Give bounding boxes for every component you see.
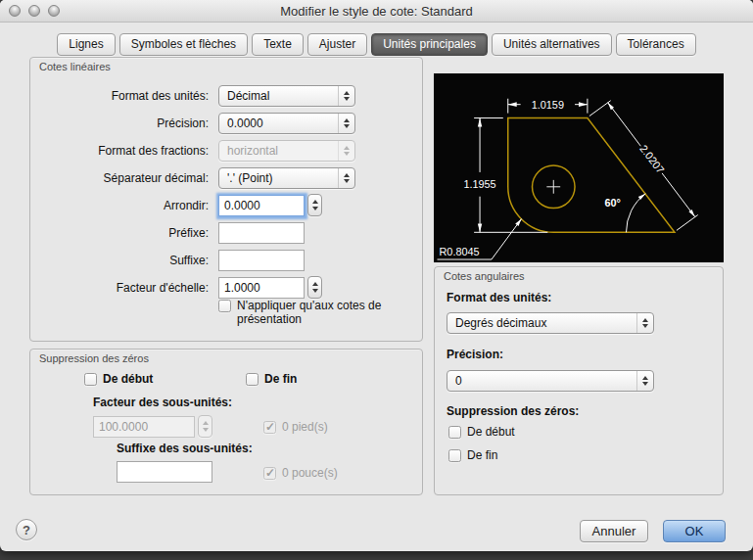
preview-aligned-dimension bbox=[589, 101, 698, 231]
checkbox-box bbox=[448, 449, 461, 462]
tab-unites-principales[interactable]: Unités principales bbox=[371, 33, 488, 56]
fraction-format-value: horizontal bbox=[219, 141, 338, 161]
unit-format-select[interactable]: Décimal bbox=[218, 85, 355, 107]
checkbox-label: 0 pied(s) bbox=[282, 420, 328, 434]
tab-symboles-et-fleches[interactable]: Symboles et flèches bbox=[119, 33, 248, 56]
scale-factor-input[interactable] bbox=[218, 277, 305, 299]
arrowhead bbox=[478, 118, 482, 127]
popup-arrows-icon bbox=[636, 371, 653, 391]
round-off-stepper[interactable] bbox=[307, 194, 322, 216]
subunit-factor-label: Facteur des sous-unités: bbox=[93, 396, 232, 409]
decimal-separator-label: Séparateur décimal: bbox=[30, 171, 218, 185]
unit-format-label: Format des unités: bbox=[30, 89, 218, 103]
checkbox-label: De début bbox=[103, 372, 153, 386]
leading-zeros-checkbox[interactable]: De début bbox=[84, 372, 153, 386]
scale-factor-label: Facteur d'échelle: bbox=[30, 281, 218, 295]
dim-angle-text: 60° bbox=[604, 197, 620, 209]
arrowhead bbox=[515, 218, 521, 226]
checkbox-label: De fin bbox=[467, 448, 497, 462]
precision-select[interactable]: 0.0000 bbox=[218, 113, 355, 134]
angular-unit-format-label: Format des unités: bbox=[447, 291, 551, 304]
angular-trailing-zeros-checkbox[interactable]: De fin bbox=[448, 448, 497, 462]
prefix-label: Préfixe: bbox=[30, 226, 218, 240]
preview-angle-arc bbox=[626, 194, 645, 233]
angular-group-title: Cotes angulaires bbox=[444, 270, 525, 282]
zero-suppression-group-title: Suppression des zéros bbox=[39, 352, 149, 364]
ok-button[interactable]: OK bbox=[663, 520, 726, 542]
subunit-suffix-input[interactable] bbox=[117, 461, 212, 483]
checkbox-box bbox=[448, 426, 461, 439]
arrowhead bbox=[508, 102, 517, 107]
checkbox-box bbox=[84, 373, 97, 386]
angular-zeros-label: Suppression des zéros: bbox=[447, 404, 579, 418]
popup-arrows-icon bbox=[338, 168, 354, 188]
angular-unit-format-value: Degrés décimaux bbox=[447, 313, 636, 333]
popup-arrows-icon bbox=[636, 313, 653, 333]
unit-format-value: Décimal bbox=[219, 86, 338, 106]
cancel-button[interactable]: Annuler bbox=[580, 520, 648, 542]
precision-value: 0.0000 bbox=[219, 114, 338, 133]
suffix-input[interactable] bbox=[218, 250, 305, 271]
scale-factor-stepper[interactable] bbox=[307, 276, 322, 299]
angular-precision-value: 0 bbox=[447, 371, 636, 391]
checkbox-label: 0 pouce(s) bbox=[282, 466, 338, 480]
subunit-factor-input bbox=[93, 416, 195, 438]
subunit-suffix-label: Suffixe des sous-unités: bbox=[117, 442, 253, 455]
popup-arrows-icon bbox=[338, 141, 354, 161]
tab-unites-alternatives[interactable]: Unités alternatives bbox=[492, 33, 612, 56]
titlebar: Modifier le style de cote: Standard bbox=[0, 0, 753, 23]
round-off-input[interactable] bbox=[218, 195, 305, 216]
tab-bar: Lignes Symboles et flèches Texte Ajuster… bbox=[0, 33, 753, 56]
checkbox-box bbox=[246, 373, 259, 386]
dim-top-text: 1.0159 bbox=[532, 99, 564, 111]
subunit-factor-stepper bbox=[198, 415, 212, 438]
window-title: Modifier le style de cote: Standard bbox=[0, 4, 753, 19]
zero-suppression-group: Suppression des zéros De début De fin Fa… bbox=[29, 349, 423, 495]
angular-unit-format-select[interactable]: Degrés décimaux bbox=[447, 312, 654, 334]
dimension-style-dialog: Modifier le style de cote: Standard Lign… bbox=[0, 0, 753, 551]
tab-texte[interactable]: Texte bbox=[252, 33, 304, 56]
round-off-label: Arrondir: bbox=[30, 199, 218, 212]
dimension-preview-drawing: 1.0159 1.1955 2.0207 60° R0.8045 bbox=[435, 74, 723, 261]
linear-group-title: Cotes linéaires bbox=[39, 61, 111, 72]
preview-shape-outline bbox=[508, 118, 675, 233]
preview-center-mark bbox=[546, 180, 560, 194]
layout-dims-only-checkbox[interactable]: N'appliquer qu'aux cotes de présentation bbox=[218, 299, 429, 326]
tab-lignes[interactable]: Lignes bbox=[57, 33, 115, 56]
fraction-format-select: horizontal bbox=[218, 140, 355, 162]
arrowhead bbox=[478, 223, 482, 232]
popup-arrows-icon bbox=[338, 114, 354, 133]
linear-dimensions-group: Cotes linéaires Format des unités: Décim… bbox=[29, 57, 423, 342]
decimal-separator-value: '.' (Point) bbox=[219, 168, 338, 188]
trailing-zeros-checkbox[interactable]: De fin bbox=[246, 372, 297, 386]
checkbox-label: De fin bbox=[264, 372, 297, 386]
checkbox-label: De début bbox=[467, 425, 515, 439]
arrowhead bbox=[579, 102, 588, 107]
dim-aligned-text: 2.0207 bbox=[637, 143, 667, 176]
suffix-label: Suffixe: bbox=[30, 254, 218, 267]
angular-leading-zeros-checkbox[interactable]: De début bbox=[448, 425, 515, 439]
popup-arrows-icon bbox=[338, 86, 354, 106]
tab-tolerances[interactable]: Tolérances bbox=[616, 33, 696, 56]
checkbox-box bbox=[263, 421, 276, 434]
dimension-preview: 1.0159 1.1955 2.0207 60° R0.8045 bbox=[434, 73, 724, 262]
checkbox-label: N'appliquer qu'aux cotes de présentation bbox=[237, 299, 429, 326]
checkbox-box bbox=[218, 300, 231, 312]
zero-inches-checkbox: 0 pouce(s) bbox=[263, 466, 338, 480]
help-button[interactable]: ? bbox=[16, 519, 37, 540]
dim-radius-text: R0.8045 bbox=[439, 246, 479, 257]
fraction-format-label: Format des fractions: bbox=[30, 144, 218, 158]
angular-dimensions-group: Cotes angulaires Format des unités: Degr… bbox=[434, 266, 724, 495]
precision-label: Précision: bbox=[30, 117, 218, 130]
dim-left-text: 1.1955 bbox=[463, 178, 495, 190]
preview-left-dimension bbox=[474, 118, 547, 233]
zero-feet-checkbox: 0 pied(s) bbox=[263, 420, 328, 434]
angular-precision-select[interactable]: 0 bbox=[447, 370, 654, 392]
checkbox-box bbox=[263, 467, 276, 480]
decimal-separator-select[interactable]: '.' (Point) bbox=[218, 167, 355, 189]
angular-precision-label: Précision: bbox=[447, 348, 503, 361]
prefix-input[interactable] bbox=[218, 222, 305, 244]
tab-ajuster[interactable]: Ajuster bbox=[307, 33, 367, 56]
